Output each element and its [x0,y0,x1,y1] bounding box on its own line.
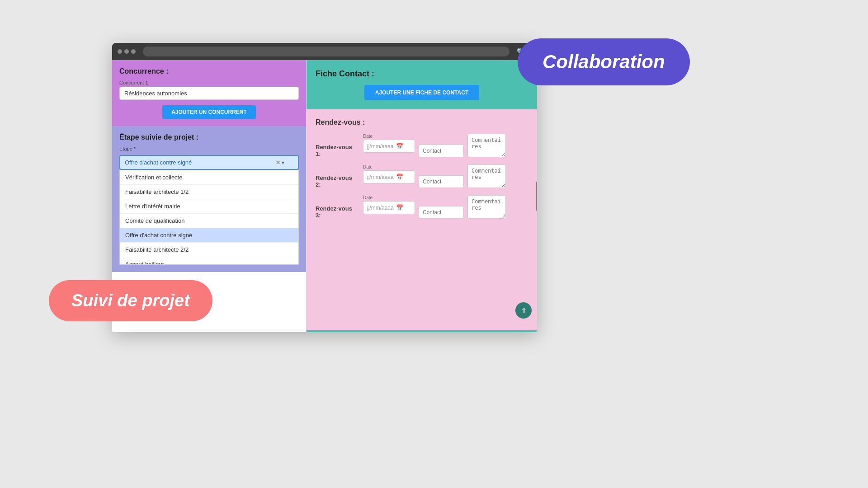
date-wrapper-3: Date jj/mm/aaaa 📅 [363,195,415,219]
rdv-label-3: Rendez-vous 3: [316,195,359,219]
fiche-section: Fiche Contact : AJOUTER UNE FICHE DE CON… [307,60,537,109]
dropdown-item-1[interactable]: Faisabilité architecte 1/2 [120,185,298,199]
date-placeholder-1: jj/mm/aaaa [367,143,394,150]
rdv-section: Rendez-vous : Rendez-vous 1: Date jj/mm/… [307,109,537,330]
contact-input-1[interactable] [419,145,464,157]
date-label-3: Date [363,195,415,200]
rdv-inputs-1: Date jj/mm/aaaa 📅 [363,134,528,157]
commentaires-1[interactable] [467,134,506,157]
suivi-badge: Suivi de projet [49,280,212,321]
date-input-1[interactable]: jj/mm/aaaa 📅 [363,140,415,153]
select-icons: ✕ ▾ [276,160,284,166]
fiche-contact-title: Fiche Contact : [316,69,374,79]
etape-section: Étape suivie de projet : Étape * Offre d… [112,126,306,272]
contact-input-3[interactable] [419,206,464,219]
date-input-3[interactable]: jj/mm/aaaa 📅 [363,201,415,214]
date-wrapper-1: Date jj/mm/aaaa 📅 [363,134,415,157]
concurrence-section: Concurrence : Concurrent 1 AJOUTER UN CO… [112,60,306,126]
dropdown-item-0[interactable]: Vérification et collecte [120,170,298,185]
etape-title: Étape suivie de projet : [119,133,299,141]
calendar-icon-2[interactable]: 📅 [396,174,403,180]
dropdown-list[interactable]: Vérification et collecte Faisabilité arc… [119,170,299,265]
rdv-inputs-2: Date jj/mm/aaaa 📅 [363,164,528,188]
dropdown-item-4[interactable]: Offre d'achat contre signé [120,228,298,243]
rdv-row-3: Rendez-vous 3: Date jj/mm/aaaa 📅 [316,195,528,219]
rdv-row-1: Rendez-vous 1: Date jj/mm/aaaa 📅 [316,134,528,157]
etape-selected-value: Offre d'achat contre signé [125,159,192,166]
add-concurrent-button[interactable]: AJOUTER UN CONCURRENT [162,105,256,119]
right-panel: Fiche Contact : AJOUTER UNE FICHE DE CON… [307,60,537,332]
collaboration-badge: Collaboration [518,38,690,85]
feedback-tab[interactable]: Feedback [537,182,537,211]
add-fiche-contact-button[interactable]: AJOUTER UNE FICHE DE CONTACT [364,85,479,100]
right-content: Fiche Contact : AJOUTER UNE FICHE DE CON… [307,60,537,332]
commentaires-3[interactable] [467,195,506,219]
dropdown-item-3[interactable]: Comité de qualification [120,214,298,228]
dropdown-item-6[interactable]: Accord bailleur [120,257,298,265]
concurrent-label: Concurrent 1 [119,80,299,85]
commentaires-2[interactable] [467,164,506,188]
rdv-label-2: Rendez-vous 2: [316,164,359,188]
dot-1 [118,49,122,54]
etape-select-wrapper: Offre d'achat contre signé ✕ ▾ Vérificat… [119,155,299,265]
green-bar [307,330,537,332]
dropdown-item-5[interactable]: Faisabilité architecte 2/2 [120,243,298,257]
dropdown-item-2[interactable]: Lettre d'intérêt mairie [120,199,298,214]
date-placeholder-2: jj/mm/aaaa [367,174,394,180]
browser-dots [118,49,136,54]
etape-label: Étape * [119,146,299,151]
rdv-inputs-3: Date jj/mm/aaaa 📅 [363,195,528,219]
rdv-row-2: Rendez-vous 2: Date jj/mm/aaaa 📅 [316,164,528,188]
contact-input-2[interactable] [419,175,464,188]
browser-chrome: 🔍 ⌂ [112,43,537,60]
calendar-icon-1[interactable]: 📅 [396,143,403,150]
concurrence-input[interactable] [119,87,299,100]
dot-2 [124,49,129,54]
address-bar[interactable] [143,47,509,56]
dot-3 [131,49,136,54]
calendar-icon-3[interactable]: 📅 [396,204,403,211]
etape-select[interactable]: Offre d'achat contre signé ✕ ▾ [119,155,299,170]
date-label-1: Date [363,134,415,139]
scroll-top-button[interactable]: ⇧ [515,302,532,319]
date-label-2: Date [363,164,415,169]
date-wrapper-2: Date jj/mm/aaaa 📅 [363,164,415,188]
rdv-title: Rendez-vous : [316,118,528,127]
rdv-label-1: Rendez-vous 1: [316,134,359,157]
date-input-2[interactable]: jj/mm/aaaa 📅 [363,170,415,183]
concurrence-title: Concurrence : [119,67,299,75]
date-placeholder-3: jj/mm/aaaa [367,205,394,211]
